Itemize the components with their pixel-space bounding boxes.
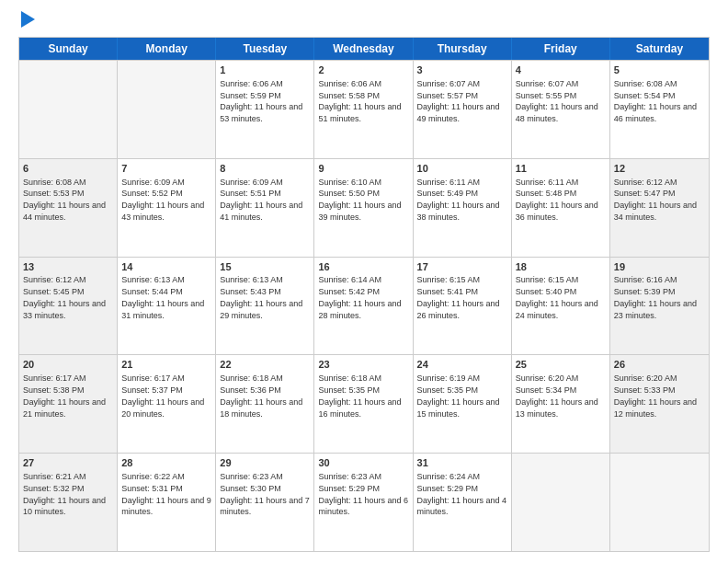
day-number: 28 <box>121 456 211 470</box>
table-row: 30Sunrise: 6:23 AM Sunset: 5:29 PM Dayli… <box>314 454 413 551</box>
table-row: 7Sunrise: 6:09 AM Sunset: 5:52 PM Daylig… <box>118 159 216 257</box>
table-row <box>19 61 118 158</box>
cell-details: Sunrise: 6:13 AM Sunset: 5:43 PM Dayligh… <box>220 275 302 319</box>
cell-details: Sunrise: 6:09 AM Sunset: 5:52 PM Dayligh… <box>121 178 204 222</box>
table-row <box>118 61 216 158</box>
day-number: 15 <box>220 260 310 274</box>
table-row: 8Sunrise: 6:09 AM Sunset: 5:51 PM Daylig… <box>216 159 314 257</box>
cell-details: Sunrise: 6:22 AM Sunset: 5:31 PM Dayligh… <box>121 472 211 516</box>
day-number: 17 <box>417 260 507 274</box>
table-row: 4Sunrise: 6:07 AM Sunset: 5:55 PM Daylig… <box>512 61 610 158</box>
day-number: 10 <box>417 162 507 176</box>
cell-details: Sunrise: 6:07 AM Sunset: 5:57 PM Dayligh… <box>417 79 500 123</box>
calendar-row: 1Sunrise: 6:06 AM Sunset: 5:59 PM Daylig… <box>19 60 709 158</box>
cell-details: Sunrise: 6:12 AM Sunset: 5:47 PM Dayligh… <box>614 178 697 222</box>
calendar-row: 27Sunrise: 6:21 AM Sunset: 5:32 PM Dayli… <box>19 453 709 551</box>
cell-details: Sunrise: 6:21 AM Sunset: 5:32 PM Dayligh… <box>23 472 106 516</box>
calendar-row: 20Sunrise: 6:17 AM Sunset: 5:38 PM Dayli… <box>19 354 709 453</box>
table-row <box>610 454 709 551</box>
table-row: 24Sunrise: 6:19 AM Sunset: 5:35 PM Dayli… <box>414 355 512 453</box>
table-row: 1Sunrise: 6:06 AM Sunset: 5:59 PM Daylig… <box>216 61 314 158</box>
table-row: 26Sunrise: 6:20 AM Sunset: 5:33 PM Dayli… <box>610 355 709 453</box>
day-number: 18 <box>516 260 606 274</box>
table-row: 19Sunrise: 6:16 AM Sunset: 5:39 PM Dayli… <box>610 258 709 355</box>
day-number: 7 <box>121 162 211 176</box>
table-row: 14Sunrise: 6:13 AM Sunset: 5:44 PM Dayli… <box>118 258 216 355</box>
cell-details: Sunrise: 6:23 AM Sunset: 5:30 PM Dayligh… <box>220 472 310 516</box>
table-row: 18Sunrise: 6:15 AM Sunset: 5:40 PM Dayli… <box>512 258 610 355</box>
cell-details: Sunrise: 6:23 AM Sunset: 5:29 PM Dayligh… <box>318 472 408 516</box>
cell-details: Sunrise: 6:09 AM Sunset: 5:51 PM Dayligh… <box>220 178 302 222</box>
calendar-body: 1Sunrise: 6:06 AM Sunset: 5:59 PM Daylig… <box>19 60 709 551</box>
cell-details: Sunrise: 6:10 AM Sunset: 5:50 PM Dayligh… <box>318 178 401 222</box>
cell-details: Sunrise: 6:14 AM Sunset: 5:42 PM Dayligh… <box>318 275 401 319</box>
day-number: 29 <box>220 456 310 470</box>
day-number: 16 <box>318 260 408 274</box>
day-number: 31 <box>417 456 507 470</box>
day-number: 3 <box>417 63 507 77</box>
table-row: 29Sunrise: 6:23 AM Sunset: 5:30 PM Dayli… <box>216 454 314 551</box>
day-number: 9 <box>318 162 408 176</box>
day-number: 19 <box>614 260 705 274</box>
day-number: 30 <box>318 456 408 470</box>
table-row: 11Sunrise: 6:11 AM Sunset: 5:48 PM Dayli… <box>512 159 610 257</box>
day-of-week-header: Thursday <box>414 38 512 60</box>
table-row: 23Sunrise: 6:18 AM Sunset: 5:35 PM Dayli… <box>314 355 413 453</box>
logo-image <box>18 15 35 28</box>
header <box>18 15 710 28</box>
cell-details: Sunrise: 6:17 AM Sunset: 5:37 PM Dayligh… <box>121 373 204 418</box>
cell-details: Sunrise: 6:08 AM Sunset: 5:54 PM Dayligh… <box>614 79 697 123</box>
calendar-header: SundayMondayTuesdayWednesdayThursdayFrid… <box>19 38 709 60</box>
cell-details: Sunrise: 6:11 AM Sunset: 5:48 PM Dayligh… <box>516 178 598 222</box>
table-row: 10Sunrise: 6:11 AM Sunset: 5:49 PM Dayli… <box>414 159 512 257</box>
calendar: SundayMondayTuesdayWednesdayThursdayFrid… <box>18 37 710 552</box>
table-row: 27Sunrise: 6:21 AM Sunset: 5:32 PM Dayli… <box>19 454 118 551</box>
table-row: 22Sunrise: 6:18 AM Sunset: 5:36 PM Dayli… <box>216 355 314 453</box>
table-row: 15Sunrise: 6:13 AM Sunset: 5:43 PM Dayli… <box>216 258 314 355</box>
table-row: 28Sunrise: 6:22 AM Sunset: 5:31 PM Dayli… <box>118 454 216 551</box>
day-number: 1 <box>220 63 310 77</box>
table-row: 9Sunrise: 6:10 AM Sunset: 5:50 PM Daylig… <box>314 159 413 257</box>
cell-details: Sunrise: 6:16 AM Sunset: 5:39 PM Dayligh… <box>614 275 697 319</box>
cell-details: Sunrise: 6:15 AM Sunset: 5:41 PM Dayligh… <box>417 275 500 319</box>
logo <box>18 15 35 28</box>
calendar-row: 13Sunrise: 6:12 AM Sunset: 5:45 PM Dayli… <box>19 257 709 355</box>
day-number: 2 <box>318 63 408 77</box>
cell-details: Sunrise: 6:18 AM Sunset: 5:35 PM Dayligh… <box>318 373 401 418</box>
table-row: 17Sunrise: 6:15 AM Sunset: 5:41 PM Dayli… <box>414 258 512 355</box>
logo-arrow-icon <box>21 11 35 28</box>
cell-details: Sunrise: 6:06 AM Sunset: 5:59 PM Dayligh… <box>220 79 302 123</box>
day-number: 26 <box>614 358 705 372</box>
day-number: 11 <box>516 162 606 176</box>
day-number: 6 <box>23 162 113 176</box>
cell-details: Sunrise: 6:06 AM Sunset: 5:58 PM Dayligh… <box>318 79 401 123</box>
day-of-week-header: Friday <box>512 38 610 60</box>
cell-details: Sunrise: 6:18 AM Sunset: 5:36 PM Dayligh… <box>220 373 302 418</box>
day-number: 12 <box>614 162 705 176</box>
day-number: 25 <box>516 358 606 372</box>
cell-details: Sunrise: 6:20 AM Sunset: 5:33 PM Dayligh… <box>614 373 697 418</box>
cell-details: Sunrise: 6:20 AM Sunset: 5:34 PM Dayligh… <box>516 373 598 418</box>
page: SundayMondayTuesdayWednesdayThursdayFrid… <box>0 0 728 563</box>
cell-details: Sunrise: 6:11 AM Sunset: 5:49 PM Dayligh… <box>417 178 500 222</box>
table-row: 16Sunrise: 6:14 AM Sunset: 5:42 PM Dayli… <box>314 258 413 355</box>
table-row: 21Sunrise: 6:17 AM Sunset: 5:37 PM Dayli… <box>118 355 216 453</box>
table-row: 2Sunrise: 6:06 AM Sunset: 5:58 PM Daylig… <box>314 61 413 158</box>
day-number: 23 <box>318 358 408 372</box>
table-row: 20Sunrise: 6:17 AM Sunset: 5:38 PM Dayli… <box>19 355 118 453</box>
day-of-week-header: Tuesday <box>216 38 314 60</box>
table-row: 3Sunrise: 6:07 AM Sunset: 5:57 PM Daylig… <box>414 61 512 158</box>
table-row: 5Sunrise: 6:08 AM Sunset: 5:54 PM Daylig… <box>610 61 709 158</box>
day-number: 13 <box>23 260 113 274</box>
day-number: 14 <box>121 260 211 274</box>
day-number: 22 <box>220 358 310 372</box>
cell-details: Sunrise: 6:17 AM Sunset: 5:38 PM Dayligh… <box>23 373 106 418</box>
cell-details: Sunrise: 6:24 AM Sunset: 5:29 PM Dayligh… <box>417 472 507 516</box>
table-row: 25Sunrise: 6:20 AM Sunset: 5:34 PM Dayli… <box>512 355 610 453</box>
day-of-week-header: Sunday <box>19 38 118 60</box>
day-of-week-header: Monday <box>118 38 216 60</box>
table-row: 13Sunrise: 6:12 AM Sunset: 5:45 PM Dayli… <box>19 258 118 355</box>
day-number: 4 <box>516 63 606 77</box>
day-of-week-header: Saturday <box>610 38 709 60</box>
cell-details: Sunrise: 6:07 AM Sunset: 5:55 PM Dayligh… <box>516 79 598 123</box>
